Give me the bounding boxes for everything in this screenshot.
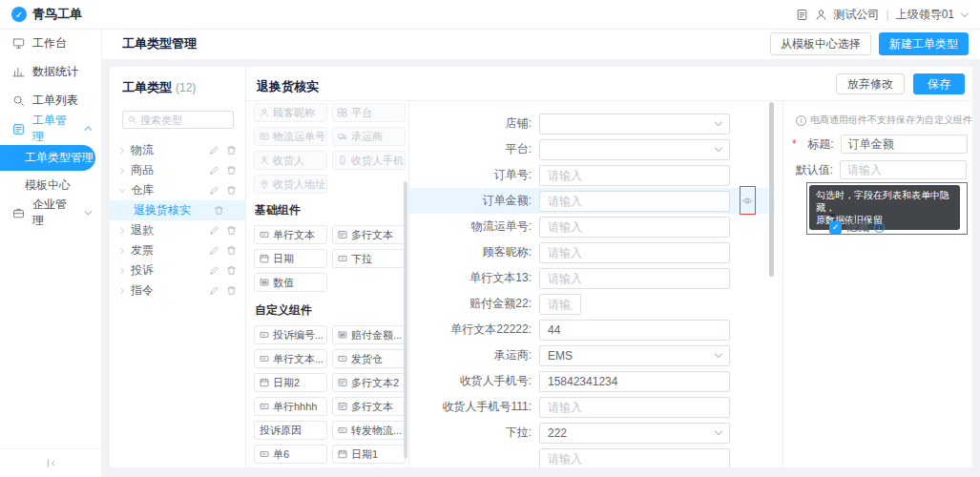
edit-icon[interactable] xyxy=(209,145,219,156)
palette-item[interactable]: 日期2 xyxy=(254,373,327,392)
palette-item[interactable]: 多行文本 xyxy=(332,397,406,416)
chevron-down-icon xyxy=(85,208,93,216)
form-scrollbar[interactable] xyxy=(769,102,774,277)
palette-item[interactable]: 转发物流... xyxy=(332,421,406,440)
palette-item[interactable]: 多行文本2 xyxy=(332,373,406,392)
type-list-item[interactable]: 退换货核实 xyxy=(110,200,245,220)
palette-item[interactable]: 投诉编号... xyxy=(254,325,327,344)
document-icon[interactable] xyxy=(796,9,808,21)
form-field-row: 收货人手机号111: xyxy=(409,394,768,420)
sidebar-item-type-mgmt-active[interactable]: 工单类型管理 xyxy=(0,145,95,171)
edit-icon[interactable] xyxy=(209,285,219,296)
content-card: 工单类型 (12) 物流商品仓库退换货核实退款发票投诉指令 退换货核实 放弃修改… xyxy=(110,67,972,467)
discard-button[interactable]: 放弃修改 xyxy=(836,73,905,94)
palette-item[interactable]: 单行hhhh xyxy=(254,397,327,416)
field-input[interactable] xyxy=(539,397,730,418)
trash-icon[interactable] xyxy=(226,285,237,296)
trash-icon[interactable] xyxy=(226,185,237,196)
save-button[interactable]: 保存 xyxy=(913,73,965,94)
info-icon[interactable]: i xyxy=(874,222,885,233)
carrier-icon xyxy=(338,132,347,141)
edit-icon[interactable] xyxy=(209,165,219,176)
select-icon xyxy=(338,354,347,363)
date-icon xyxy=(260,254,269,263)
textarea-icon xyxy=(338,402,347,411)
type-count: (12) xyxy=(176,81,196,94)
palette-scrollbar[interactable] xyxy=(404,181,407,458)
palette-item[interactable]: 下拉 xyxy=(332,249,406,268)
sidebar-item-enterprise[interactable]: 企业管理 xyxy=(0,198,101,227)
trash-icon[interactable] xyxy=(226,165,237,176)
type-list-item[interactable]: 商品 xyxy=(110,160,245,180)
edit-icon[interactable] xyxy=(209,185,219,196)
trash-icon[interactable] xyxy=(226,245,237,256)
type-list-item[interactable]: 指令 xyxy=(110,280,245,301)
type-list-item[interactable]: 投诉 xyxy=(110,260,245,280)
field-input[interactable] xyxy=(539,320,730,341)
palette-item[interactable]: 发货仓 xyxy=(332,349,406,368)
input-icon xyxy=(260,330,269,340)
type-list-item[interactable]: 物流 xyxy=(110,140,245,160)
type-name: 物流 xyxy=(131,142,154,158)
component-palette: 顾客昵称平台物流运单号承运商收货人收货人手机号收货人地址 基础组件 单行文本多行… xyxy=(246,101,408,467)
sidebar-item-order-list[interactable]: 工单列表 xyxy=(0,86,101,114)
edit-icon[interactable] xyxy=(209,265,219,276)
type-list-item[interactable]: 发票 xyxy=(110,240,245,260)
sidebar-item-template-center[interactable]: 模板中心 xyxy=(0,173,101,198)
field-input[interactable] xyxy=(539,268,730,289)
chevron-right-icon xyxy=(118,227,126,235)
field-select[interactable]: 222 xyxy=(539,423,730,444)
palette-item[interactable]: 日期1 xyxy=(332,445,406,464)
field-input[interactable] xyxy=(539,448,730,468)
field-title-input[interactable] xyxy=(841,135,968,154)
field-input[interactable] xyxy=(539,217,730,238)
palette-item[interactable]: 数值 xyxy=(254,273,327,292)
new-type-button[interactable]: 新建工单类型 xyxy=(879,32,969,55)
palette-item[interactable]: 日期 xyxy=(254,249,327,268)
field-input[interactable] xyxy=(539,242,730,263)
default-value-input[interactable] xyxy=(840,160,967,179)
palette-item[interactable]: 投诉原因 xyxy=(254,421,327,440)
choose-from-template-button[interactable]: 从模板中心选择 xyxy=(770,32,871,55)
sidebar-item-stats[interactable]: 数据统计 xyxy=(0,57,101,86)
field-select[interactable] xyxy=(539,114,730,135)
editor-title: 退换货核实 xyxy=(257,78,319,95)
field-input[interactable] xyxy=(539,294,581,315)
palette-item[interactable]: 单行文本... xyxy=(254,349,327,368)
field-label: 订单号: xyxy=(409,167,539,183)
palette-item: 承运商 xyxy=(332,127,406,146)
palette-item[interactable]: 多行文本 xyxy=(332,225,406,244)
sidebar-item-order-mgmt[interactable]: 工单管理 xyxy=(0,114,101,143)
collapse-sidebar-icon[interactable] xyxy=(0,448,101,477)
hide-eye-icon[interactable] xyxy=(740,186,756,215)
chevron-down-icon xyxy=(715,144,722,152)
type-search-input[interactable] xyxy=(140,114,228,126)
textarea-icon xyxy=(338,378,347,387)
trash-icon[interactable] xyxy=(226,265,237,276)
field-input[interactable] xyxy=(539,165,730,186)
field-input[interactable] xyxy=(539,191,730,212)
chevron-right-icon xyxy=(118,287,126,295)
type-name: 指令 xyxy=(131,282,154,299)
field-select[interactable] xyxy=(539,139,730,160)
hide-checkbox[interactable]: ✓ xyxy=(829,221,842,234)
sidebar-item-workbench[interactable]: 工作台 xyxy=(0,29,101,57)
edit-icon[interactable] xyxy=(209,245,219,256)
chevron-down-icon[interactable] xyxy=(961,10,969,17)
trash-icon[interactable] xyxy=(226,145,237,156)
type-list-item[interactable]: 退款 xyxy=(110,220,245,240)
type-list-item[interactable]: 仓库 xyxy=(110,180,245,200)
field-input[interactable] xyxy=(539,371,730,392)
edit-icon[interactable] xyxy=(209,225,219,236)
custom-section-title: 自定义组件 xyxy=(255,302,408,319)
trash-icon[interactable] xyxy=(214,205,224,216)
palette-item[interactable]: 赔付金额... xyxy=(332,325,406,344)
palette-item[interactable]: 单行文本 xyxy=(254,225,327,244)
field-label: 物流运单号: xyxy=(409,218,539,235)
palette-item[interactable]: 单6 xyxy=(254,445,327,464)
account-dropdown[interactable]: 上级领导01 xyxy=(896,7,954,23)
chevron-right-icon xyxy=(118,247,126,255)
trash-icon[interactable] xyxy=(226,225,237,236)
input-icon xyxy=(260,230,269,239)
field-select[interactable]: EMS xyxy=(539,345,730,366)
